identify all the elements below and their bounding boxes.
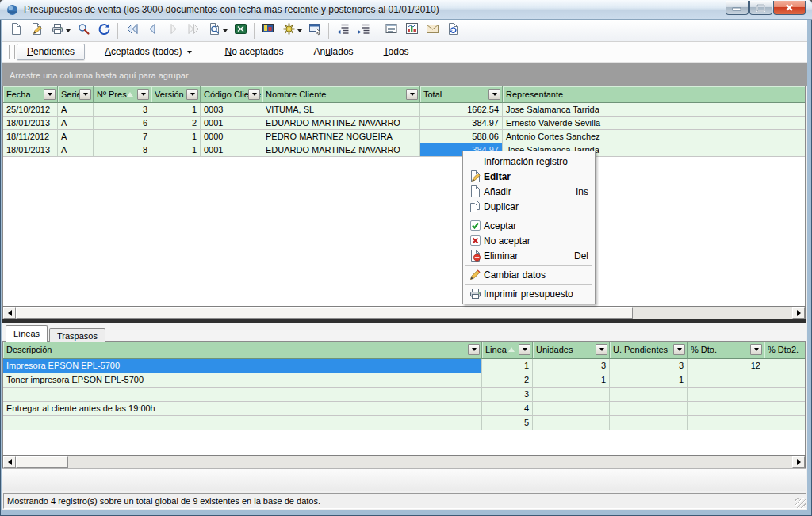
table-row[interactable]: 5: [3, 416, 805, 430]
cell[interactable]: [533, 416, 610, 430]
cell[interactable]: Jose Salamanca Tarrida: [503, 103, 806, 117]
menu-item-anadir[interactable]: AñadirIns: [463, 184, 595, 199]
column-header-fecha[interactable]: Fecha: [3, 86, 58, 103]
filter-dropdown-button[interactable]: [406, 89, 418, 100]
cell[interactable]: [764, 402, 806, 416]
cell[interactable]: Impresora EPSON EPL-5700: [3, 359, 482, 373]
cell[interactable]: 3: [610, 359, 688, 373]
filter-tab-todos[interactable]: Todos: [373, 44, 419, 60]
cell[interactable]: 2: [151, 117, 201, 130]
cell[interactable]: PEDRO MARTINEZ NOGUEIRA: [262, 130, 420, 143]
column-header-dto[interactable]: % Dto.: [688, 342, 764, 359]
group-by-drop-zone[interactable]: Arrastre una columna hasta aquí para agr…: [2, 63, 807, 86]
cell[interactable]: A: [58, 103, 94, 117]
cell[interactable]: 0003: [201, 103, 262, 117]
cell[interactable]: 1: [482, 359, 533, 373]
cell[interactable]: 7: [94, 130, 151, 143]
cell[interactable]: [764, 388, 806, 402]
cell[interactable]: EDUARDO MARTINEZ NAVARRO: [262, 117, 420, 130]
cell[interactable]: [610, 416, 688, 430]
column-header-dto2[interactable]: % Dto2.: [764, 342, 806, 359]
column-header-representante[interactable]: Representante: [503, 86, 806, 103]
column-header-u-pendientes[interactable]: U. Pendientes: [610, 342, 688, 359]
cell[interactable]: 1: [151, 103, 201, 117]
table-row[interactable]: Entregar al cliente antes de las 19:00h4: [3, 402, 805, 416]
cell[interactable]: VITUMA, SL: [262, 103, 420, 117]
cell[interactable]: 1: [533, 373, 610, 388]
scroll-right-button[interactable]: [792, 307, 805, 319]
filter-dropdown-button[interactable]: [186, 89, 198, 100]
cell[interactable]: 5: [482, 416, 533, 430]
cell[interactable]: 384.97: [420, 117, 503, 130]
cell[interactable]: [610, 402, 688, 416]
next-record-button[interactable]: [163, 21, 183, 40]
design-view-button[interactable]: [258, 21, 278, 40]
filter-dropdown-button[interactable]: [596, 344, 607, 355]
cell[interactable]: [688, 416, 764, 430]
titlebar[interactable]: Presupuestos de venta (los 3000 document…: [0, 0, 812, 20]
menu-item-duplicar[interactable]: Duplicar: [463, 199, 595, 214]
filter-dropdown-button[interactable]: [468, 344, 480, 355]
column-header-total[interactable]: Total: [420, 86, 503, 103]
scroll-thumb[interactable]: [16, 456, 68, 468]
notes-document-button[interactable]: [381, 21, 401, 40]
cell[interactable]: [688, 402, 764, 416]
scroll-right-button[interactable]: [792, 456, 805, 468]
column-header-n-pres[interactable]: Nº Pres: [94, 86, 151, 103]
cell[interactable]: 3: [94, 103, 151, 117]
refresh-document-button[interactable]: [442, 21, 463, 40]
cell[interactable]: Entregar al cliente antes de las 19:00h: [3, 402, 482, 416]
column-header-serie[interactable]: Serie: [58, 86, 94, 103]
column-header-linea[interactable]: Linea: [482, 342, 533, 359]
filter-dropdown-button[interactable]: [673, 344, 685, 355]
cell[interactable]: 6: [94, 117, 151, 130]
resize-grip[interactable]: [795, 498, 806, 508]
toolbar-grip[interactable]: [7, 45, 10, 59]
cell[interactable]: 3: [533, 359, 610, 373]
filter-dropdown-button[interactable]: [519, 344, 530, 355]
table-row[interactable]: 18/11/2012A710000PEDRO MARTINEZ NOGUEIRA…: [3, 130, 805, 143]
group-remove-button[interactable]: [353, 21, 373, 40]
cell[interactable]: [764, 373, 806, 388]
column-header-codigo-cliente[interactable]: Código Cliente: [201, 86, 262, 103]
cell[interactable]: A: [58, 130, 94, 143]
filter-dropdown-button[interactable]: [488, 89, 500, 100]
tab-traspasos[interactable]: Traspasos: [49, 328, 105, 342]
send-email-button[interactable]: [422, 21, 442, 40]
filter-dropdown-button[interactable]: [248, 89, 260, 100]
table-row[interactable]: Impresora EPSON EPL-570013312: [3, 359, 805, 373]
cell[interactable]: 18/01/2013: [3, 143, 58, 157]
menu-item-no-aceptar[interactable]: No aceptar: [463, 233, 595, 248]
menu-item-eliminar[interactable]: EliminarDel: [463, 248, 595, 263]
edit-button[interactable]: [26, 21, 47, 40]
cell[interactable]: Antonio Cortes Sanchez: [503, 130, 806, 143]
cell[interactable]: 18/01/2013: [3, 117, 58, 130]
cell[interactable]: 1: [610, 373, 688, 388]
print-dropdown-arrow[interactable]: [66, 29, 71, 32]
cell[interactable]: EDUARDO MARTINEZ NAVARRO: [262, 143, 420, 157]
scroll-thumb[interactable]: [16, 307, 633, 319]
filter-dropdown-button[interactable]: [137, 89, 149, 100]
export-excel-button[interactable]: [230, 21, 251, 40]
cell[interactable]: 25/10/2012: [3, 103, 58, 117]
filter-dropdown-button[interactable]: [79, 89, 91, 100]
cell[interactable]: 1: [151, 130, 201, 143]
table-row[interactable]: 3: [3, 388, 805, 402]
print-preview-button[interactable]: [204, 21, 224, 40]
menu-item-imprimir-presupuesto[interactable]: Imprimir presupuesto: [463, 286, 595, 301]
menu-item-editar[interactable]: Editar: [463, 169, 595, 184]
settings-gear-dropdown-arrow[interactable]: [297, 29, 302, 32]
scroll-track[interactable]: [16, 456, 792, 468]
column-header-descripcion[interactable]: Descripción: [3, 342, 482, 359]
column-header-nombre-cliente[interactable]: Nombre Cliente: [262, 86, 420, 103]
cell[interactable]: 0001: [201, 117, 262, 130]
previous-record-button[interactable]: [142, 21, 163, 40]
cell[interactable]: 0001: [201, 143, 262, 157]
cell[interactable]: 12: [688, 359, 764, 373]
table-row[interactable]: 18/01/2013A810001EDUARDO MARTINEZ NAVARR…: [3, 143, 805, 157]
cell[interactable]: [764, 359, 806, 373]
cell[interactable]: Ernesto Valverde Sevilla: [503, 117, 806, 130]
cell[interactable]: 8: [94, 143, 151, 157]
cell[interactable]: 4: [482, 402, 533, 416]
cell[interactable]: 588.06: [420, 130, 503, 143]
